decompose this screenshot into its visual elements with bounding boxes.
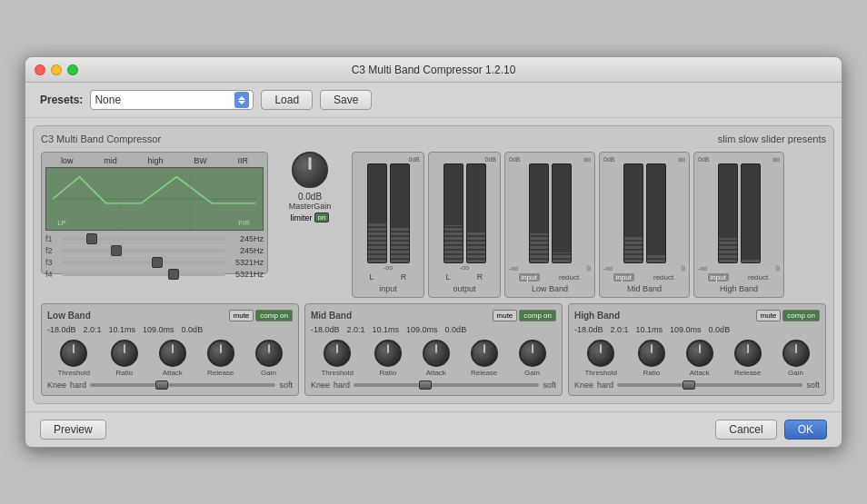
high-attack-knob[interactable] bbox=[686, 340, 713, 367]
eq-label-low: low bbox=[61, 156, 74, 165]
high-band-mute-button[interactable]: mute bbox=[756, 310, 782, 321]
preview-button[interactable]: Preview bbox=[40, 420, 106, 440]
high-release-knob-item: Release bbox=[734, 340, 762, 377]
output-meter-title: output bbox=[453, 284, 475, 293]
presets-select[interactable]: None bbox=[90, 90, 254, 110]
main-panel: C3 Multi Band Compressor slim slow slide… bbox=[33, 125, 834, 404]
save-button[interactable]: Save bbox=[320, 90, 372, 110]
mid-attack-val: 10.1ms bbox=[373, 325, 400, 334]
low-band-mute-button[interactable]: mute bbox=[229, 310, 254, 321]
cancel-button[interactable]: Cancel bbox=[715, 420, 776, 440]
low-release-knob[interactable] bbox=[207, 340, 234, 367]
mid-ratio-knob[interactable] bbox=[374, 340, 402, 367]
low-knee-label: Knee bbox=[47, 380, 66, 390]
mid-band-oo-top: oo bbox=[678, 156, 685, 163]
low-band-0db: 0dB bbox=[509, 156, 520, 163]
low-threshold-label: Threshold bbox=[57, 369, 90, 377]
master-gain-value: 0.0dB bbox=[298, 192, 322, 202]
high-release-label: Release bbox=[734, 369, 761, 377]
low-ratio-label: Ratio bbox=[116, 369, 134, 377]
high-threshold-val: -18.0dB bbox=[574, 325, 603, 334]
panel-header: C3 Multi Band Compressor slim slow slide… bbox=[41, 133, 826, 144]
mid-threshold-knob[interactable] bbox=[324, 340, 351, 367]
presets-arrows[interactable] bbox=[234, 92, 249, 108]
mid-release-knob[interactable] bbox=[471, 340, 498, 367]
low-band-values: -18.0dB 2.0:1 10.1ms 109.0ms 0.0dB bbox=[47, 325, 293, 334]
low-knee-hard: hard bbox=[70, 380, 86, 390]
eq-display: low mid high BW IIR bbox=[41, 152, 268, 274]
eq-freq-val-f2: 245Hz bbox=[227, 246, 264, 255]
eq-freq-val-f3: 5321Hz bbox=[227, 258, 264, 267]
mid-attack-knob[interactable] bbox=[423, 340, 450, 367]
high-band-comp-button[interactable]: comp on bbox=[782, 310, 820, 321]
high-threshold-knob[interactable] bbox=[587, 340, 614, 367]
high-band-panel: High Band mute comp on -18.0dB 2.0:1 10.… bbox=[568, 303, 826, 396]
master-gain-knob[interactable] bbox=[292, 152, 328, 188]
freq-slider-f1[interactable] bbox=[62, 237, 225, 241]
high-ratio-label: Ratio bbox=[643, 369, 661, 377]
mid-gain-knob[interactable] bbox=[519, 340, 546, 367]
input-meter-group: 0dB -oo L R input bbox=[352, 152, 424, 298]
freq-slider-f3[interactable] bbox=[62, 261, 225, 264]
low-attack-knob[interactable] bbox=[159, 340, 186, 367]
high-band-title: High Band bbox=[574, 311, 620, 321]
mid-knee-soft: soft bbox=[543, 380, 556, 390]
eq-freq-val-f1: 245Hz bbox=[227, 234, 264, 243]
low-attack-knob-item: Attack bbox=[159, 340, 186, 377]
svg-text:LP: LP bbox=[57, 219, 66, 227]
mid-band-oo-bottom: -oo bbox=[603, 265, 613, 272]
eq-graph[interactable]: LP FIR bbox=[45, 167, 264, 231]
high-gain-knob[interactable] bbox=[782, 340, 810, 367]
mid-release-val: 109.0ms bbox=[406, 325, 438, 334]
eq-freq-row-f4: f4 5321Hz bbox=[45, 270, 264, 279]
output-level-l bbox=[444, 225, 463, 262]
mid-band-knobs: Threshold Ratio Attack Release bbox=[311, 340, 556, 377]
mid-band-input-level bbox=[624, 235, 643, 262]
close-button[interactable] bbox=[35, 64, 45, 75]
input-0db: 0dB bbox=[356, 156, 420, 163]
high-band-0-right: 0 bbox=[776, 265, 780, 272]
svg-text:FIR: FIR bbox=[238, 219, 250, 227]
limiter-state[interactable]: on bbox=[314, 212, 330, 222]
low-band-input-level bbox=[530, 233, 548, 262]
mid-band-meter-pair bbox=[623, 163, 666, 264]
mid-gain-label: Gain bbox=[524, 369, 540, 377]
mid-band-bottom-row: -oo 0 bbox=[603, 265, 685, 272]
output-oo: -oo bbox=[460, 264, 469, 271]
mid-knee-slider[interactable] bbox=[354, 383, 539, 387]
mid-band-mute-button[interactable]: mute bbox=[493, 310, 518, 321]
minimize-button[interactable] bbox=[51, 64, 62, 75]
freq-slider-f4[interactable] bbox=[62, 272, 225, 276]
freq-slider-f2[interactable] bbox=[62, 249, 225, 252]
low-band-comp-button[interactable]: comp on bbox=[255, 310, 293, 321]
low-ratio-knob[interactable] bbox=[111, 340, 138, 367]
low-band-panel: Low Band mute comp on -18.0dB 2.0:1 10.1… bbox=[41, 303, 299, 396]
title-bar: C3 Multi Band Compressor 1.2.10 bbox=[25, 57, 842, 83]
presets-value: None bbox=[95, 94, 234, 106]
mid-band-input-reduct-labels: input reduct. bbox=[603, 273, 685, 282]
high-release-knob[interactable] bbox=[734, 340, 762, 367]
low-gain-knob[interactable] bbox=[255, 340, 283, 367]
high-band-input-reduct-labels: input reduct. bbox=[698, 273, 780, 282]
high-knee-slider[interactable] bbox=[617, 383, 802, 387]
input-oo: -oo bbox=[384, 264, 393, 271]
high-gain-knob-item: Gain bbox=[782, 340, 810, 377]
high-band-meter-title: High Band bbox=[720, 284, 758, 293]
input-label-r: R bbox=[401, 272, 407, 282]
low-band-input-reduct-labels: input reduct. bbox=[509, 273, 591, 282]
mid-band-header: Mid Band mute comp on bbox=[311, 310, 556, 321]
window-title: C3 Multi Band Compressor 1.2.10 bbox=[352, 64, 516, 76]
maximize-button[interactable] bbox=[67, 64, 78, 75]
output-meter-l bbox=[443, 163, 463, 263]
mid-band-reduct-level bbox=[647, 254, 665, 262]
mid-band-comp-button[interactable]: comp on bbox=[519, 310, 556, 321]
high-knee-hard: hard bbox=[597, 380, 613, 390]
load-button[interactable]: Load bbox=[261, 90, 313, 110]
low-threshold-knob[interactable] bbox=[60, 340, 87, 367]
presets-label: Presets: bbox=[40, 94, 83, 106]
mid-knee-row: Knee hard soft bbox=[311, 380, 556, 390]
input-meter-r bbox=[390, 163, 410, 263]
ok-button[interactable]: OK bbox=[784, 420, 827, 440]
low-knee-slider[interactable] bbox=[90, 383, 275, 387]
high-ratio-knob[interactable] bbox=[638, 340, 665, 367]
